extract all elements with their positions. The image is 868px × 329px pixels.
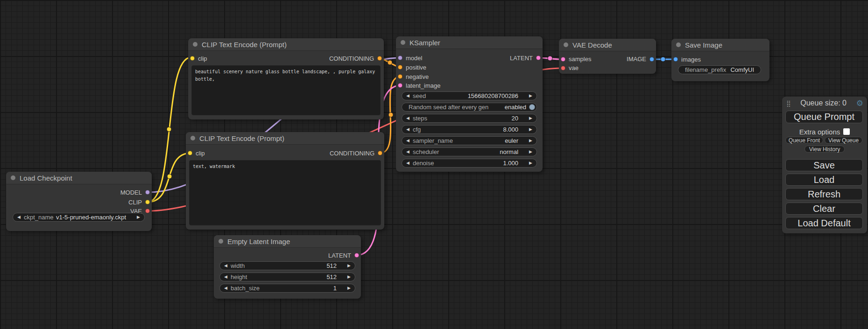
input-port-samples[interactable]: [561, 57, 565, 62]
next-arrow-icon[interactable]: ▶: [347, 264, 351, 268]
node-save-image-header[interactable]: Save Image: [671, 39, 769, 51]
negative-prompt-textarea[interactable]: text, watermark: [189, 160, 381, 225]
node-vae-decode-header[interactable]: VAE Decode: [559, 39, 656, 51]
link-dot[interactable]: [167, 127, 171, 132]
sampler-name-widget[interactable]: ◀ sampler_name euler ▶: [402, 136, 537, 145]
next-arrow-icon[interactable]: ▶: [529, 150, 532, 154]
collapse-dot[interactable]: [191, 136, 195, 140]
node-ksampler-header[interactable]: KSampler: [396, 36, 543, 49]
batch-size-widget[interactable]: ◀ batch_size 1 ▶: [219, 284, 355, 293]
steps-widget[interactable]: ◀ steps 20 ▶: [402, 114, 537, 123]
node-load-checkpoint[interactable]: Load Checkpoint MODEL CLIP VAE ◀ ckpt_na…: [6, 172, 152, 231]
node-title: Load Checkpoint: [20, 174, 72, 182]
width-widget[interactable]: ◀ width 512 ▶: [219, 261, 355, 270]
prev-arrow-icon[interactable]: ◀: [406, 139, 409, 143]
prev-arrow-icon[interactable]: ◀: [406, 161, 409, 165]
link-dot[interactable]: [388, 60, 392, 65]
input-label: model: [406, 55, 422, 62]
node-clip-positive-header[interactable]: CLIP Text Encode (Prompt): [188, 38, 384, 51]
prev-arrow-icon[interactable]: ◀: [406, 127, 409, 132]
view-queue-button[interactable]: View Queue: [825, 137, 862, 144]
prev-arrow-icon[interactable]: ◀: [406, 116, 409, 120]
load-button[interactable]: Load: [785, 174, 863, 186]
input-label: clip: [196, 150, 205, 157]
collapse-dot[interactable]: [193, 42, 198, 47]
drag-handle-icon[interactable]: ⣿: [786, 100, 791, 107]
link-dot[interactable]: [661, 57, 665, 62]
next-arrow-icon[interactable]: ▶: [529, 139, 532, 143]
node-clip-negative-header[interactable]: CLIP Text Encode (Prompt): [186, 132, 384, 145]
prev-arrow-icon[interactable]: ◀: [224, 275, 227, 279]
node-save-image[interactable]: Save Image images filename_prefix ComfyU…: [671, 39, 769, 81]
collapse-dot[interactable]: [401, 40, 405, 45]
node-ksampler[interactable]: KSampler model positive negative latent_…: [396, 36, 543, 172]
link-dot[interactable]: [167, 174, 172, 179]
cfg-widget[interactable]: ◀ cfg 8.000 ▶: [402, 125, 537, 134]
filename-prefix-widget[interactable]: filename_prefix ComfyUI: [678, 65, 761, 74]
toggle-enabled-icon[interactable]: [529, 104, 535, 110]
random-seed-toggle-widget[interactable]: Random seed after every gen enabled: [402, 103, 537, 112]
input-port-vae[interactable]: [561, 66, 565, 70]
collapse-dot[interactable]: [11, 175, 15, 180]
positive-prompt-textarea[interactable]: beautiful scenery nature glass bottle la…: [191, 65, 381, 115]
next-arrow-icon[interactable]: ▶: [529, 127, 532, 132]
output-port-latent[interactable]: [354, 253, 359, 258]
prev-arrow-icon[interactable]: ◀: [406, 94, 409, 98]
input-label: clip: [198, 55, 207, 62]
scheduler-widget[interactable]: ◀ scheduler normal ▶: [402, 147, 537, 156]
node-empty-latent-header[interactable]: Empty Latent Image: [214, 235, 361, 248]
next-arrow-icon[interactable]: ▶: [529, 161, 532, 165]
node-clip-text-encode-negative[interactable]: CLIP Text Encode (Prompt) clip CONDITION…: [186, 132, 384, 230]
input-port-positive[interactable]: [398, 65, 402, 70]
collapse-dot[interactable]: [219, 239, 223, 244]
output-port-conditioning[interactable]: [378, 151, 382, 155]
queue-panel: ⣿ Queue size: 0 ⚙ Queue Prompt Extra opt…: [782, 97, 867, 233]
seed-widget[interactable]: ◀ seed 156680208700286 ▶: [402, 91, 537, 100]
output-port-image[interactable]: [649, 57, 654, 62]
height-widget[interactable]: ◀ height 512 ▶: [219, 273, 355, 281]
queue-front-button[interactable]: Queue Front: [785, 137, 823, 144]
input-port-latent-image[interactable]: [398, 83, 402, 88]
refresh-button[interactable]: Refresh: [785, 188, 863, 200]
collapse-dot[interactable]: [676, 42, 681, 47]
output-port-conditioning[interactable]: [377, 56, 382, 61]
link-dot[interactable]: [388, 112, 393, 117]
node-vae-decode[interactable]: VAE Decode samples IMAGE vae: [559, 39, 656, 74]
queue-prompt-button[interactable]: Queue Prompt: [785, 111, 863, 123]
graph-canvas[interactable]: Load Checkpoint MODEL CLIP VAE ◀ ckpt_na…: [0, 0, 868, 329]
input-label: negative: [406, 73, 429, 80]
prev-arrow-icon[interactable]: ◀: [224, 286, 227, 290]
prev-arrow-icon[interactable]: ◀: [406, 150, 409, 154]
load-default-button[interactable]: Load Default: [785, 217, 863, 229]
prev-arrow-icon[interactable]: ◀: [17, 215, 21, 219]
next-arrow-icon[interactable]: ▶: [529, 94, 532, 98]
extra-options-checkbox[interactable]: [843, 128, 850, 135]
clear-button[interactable]: Clear: [785, 203, 863, 215]
next-arrow-icon[interactable]: ▶: [137, 215, 140, 219]
next-arrow-icon[interactable]: ▶: [529, 116, 532, 120]
node-empty-latent-image[interactable]: Empty Latent Image LATENT ◀ width 512 ▶ …: [214, 235, 361, 299]
input-port-images[interactable]: [673, 57, 678, 62]
prev-arrow-icon[interactable]: ◀: [224, 264, 227, 268]
save-button[interactable]: Save: [785, 159, 863, 171]
node-title: KSampler: [409, 39, 440, 47]
collapse-dot[interactable]: [564, 42, 568, 47]
node-title: CLIP Text Encode (Prompt): [199, 134, 284, 142]
node-clip-text-encode-positive[interactable]: CLIP Text Encode (Prompt) clip CONDITION…: [188, 38, 384, 119]
output-port-clip[interactable]: [145, 200, 150, 204]
output-port-model[interactable]: [145, 190, 150, 195]
input-port-model[interactable]: [398, 56, 402, 60]
link-dot[interactable]: [548, 56, 552, 61]
denoise-widget[interactable]: ◀ denoise 1.000 ▶: [402, 159, 537, 168]
input-port-negative[interactable]: [398, 74, 402, 79]
view-history-button[interactable]: View History: [804, 146, 845, 153]
input-port-clip[interactable]: [190, 56, 195, 61]
output-port-vae[interactable]: [145, 209, 150, 213]
next-arrow-icon[interactable]: ▶: [347, 286, 351, 290]
settings-gear-icon[interactable]: ⚙: [856, 99, 863, 107]
next-arrow-icon[interactable]: ▶: [347, 275, 351, 279]
ckpt-name-widget[interactable]: ◀ ckpt_name v1-5-pruned-emaonly.ckpt ▶: [13, 213, 145, 222]
output-port-latent[interactable]: [536, 56, 541, 60]
input-port-clip[interactable]: [188, 151, 192, 155]
node-load-checkpoint-header[interactable]: Load Checkpoint: [6, 172, 152, 184]
